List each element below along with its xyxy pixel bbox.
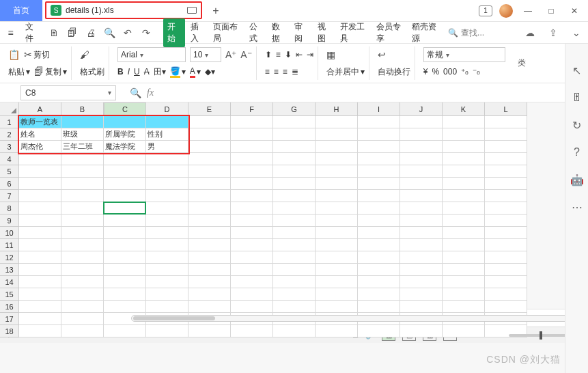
cell-E16[interactable] bbox=[188, 301, 231, 313]
name-box[interactable]: C8 ▾ bbox=[20, 85, 116, 100]
hamburger-icon[interactable]: ≡ bbox=[4, 25, 17, 40]
cell-F5[interactable] bbox=[231, 165, 273, 178]
cell-K6[interactable] bbox=[443, 178, 485, 190]
cell-C9[interactable] bbox=[104, 215, 146, 227]
align-top-button[interactable]: ⬆ bbox=[265, 50, 272, 59]
cell-F8[interactable] bbox=[231, 202, 273, 215]
cell-D9[interactable] bbox=[146, 215, 188, 227]
column-header-L[interactable]: L bbox=[485, 102, 527, 116]
cell-H10[interactable] bbox=[316, 227, 358, 239]
cell-A15[interactable] bbox=[19, 288, 61, 301]
cell-G6[interactable] bbox=[273, 178, 316, 190]
cell-B11[interactable] bbox=[61, 239, 104, 251]
cell-D16[interactable] bbox=[146, 301, 188, 313]
cell-H11[interactable] bbox=[316, 239, 358, 251]
cell-E14[interactable] bbox=[188, 276, 231, 288]
file-menu[interactable]: 文件 bbox=[23, 21, 42, 44]
percent-button[interactable]: % bbox=[432, 67, 439, 77]
cell-L14[interactable] bbox=[485, 276, 527, 288]
cell-I4[interactable] bbox=[358, 153, 400, 165]
undo-icon[interactable]: ↶ bbox=[122, 25, 135, 40]
cell-D2[interactable]: 性别 bbox=[146, 128, 188, 141]
cell-B6[interactable] bbox=[61, 178, 104, 190]
cell-C8[interactable] bbox=[104, 202, 146, 215]
cell-L13[interactable] bbox=[485, 264, 527, 276]
row-header-9[interactable]: 9 bbox=[0, 215, 19, 227]
cell-C18[interactable] bbox=[104, 325, 146, 337]
row-header-2[interactable]: 2 bbox=[0, 128, 19, 141]
wrap-button[interactable]: 自动换行 bbox=[378, 66, 410, 78]
cell-F10[interactable] bbox=[231, 227, 273, 239]
column-header-A[interactable]: A bbox=[19, 102, 61, 116]
column-header-I[interactable]: I bbox=[358, 102, 400, 116]
cell-I11[interactable] bbox=[358, 239, 400, 251]
cell-G5[interactable] bbox=[273, 165, 316, 178]
preview-icon[interactable]: 🔍 bbox=[103, 25, 116, 40]
cell-D6[interactable] bbox=[146, 178, 188, 190]
tab-developer[interactable]: 开发工具 bbox=[336, 18, 371, 47]
cell-G2[interactable] bbox=[273, 128, 316, 141]
user-avatar[interactable] bbox=[499, 4, 513, 18]
row-header-6[interactable]: 6 bbox=[0, 178, 19, 190]
cell-A8[interactable] bbox=[19, 202, 61, 215]
cell-L15[interactable] bbox=[485, 288, 527, 301]
column-header-F[interactable]: F bbox=[231, 102, 273, 116]
cell-L4[interactable] bbox=[485, 153, 527, 165]
cell-C5[interactable] bbox=[104, 165, 146, 178]
column-header-J[interactable]: J bbox=[400, 102, 443, 116]
cell-H2[interactable] bbox=[316, 128, 358, 141]
cell-H18[interactable] bbox=[316, 325, 358, 337]
cell-E10[interactable] bbox=[188, 227, 231, 239]
cell-H12[interactable] bbox=[316, 251, 358, 264]
cell-K12[interactable] bbox=[443, 251, 485, 264]
cell-K3[interactable] bbox=[443, 141, 485, 153]
notification-badge[interactable]: 1 bbox=[479, 5, 492, 16]
cell-B1[interactable] bbox=[61, 116, 104, 128]
cell-A14[interactable] bbox=[19, 276, 61, 288]
cell-D3[interactable]: 男 bbox=[146, 141, 188, 153]
cell-I5[interactable] bbox=[358, 165, 400, 178]
cell-C3[interactable]: 魔法学院 bbox=[104, 141, 146, 153]
cell-I13[interactable] bbox=[358, 264, 400, 276]
decrease-decimal-button[interactable]: ⁻₀ bbox=[473, 67, 480, 77]
collapse-ribbon-icon[interactable]: ⌄ bbox=[569, 25, 584, 40]
cell-F2[interactable] bbox=[231, 128, 273, 141]
tab-formula[interactable]: 公式 bbox=[245, 18, 266, 47]
cell-B14[interactable] bbox=[61, 276, 104, 288]
row-header-16[interactable]: 16 bbox=[0, 301, 19, 313]
cell-L6[interactable] bbox=[485, 178, 527, 190]
tab-view[interactable]: 视图 bbox=[313, 18, 335, 47]
row-header-3[interactable]: 3 bbox=[0, 141, 19, 153]
row-header-5[interactable]: 5 bbox=[0, 165, 19, 178]
cell-A5[interactable] bbox=[19, 165, 61, 178]
cell-D5[interactable] bbox=[146, 165, 188, 178]
sidebar-more-icon[interactable]: ⋯ bbox=[570, 199, 585, 215]
cell-G11[interactable] bbox=[273, 239, 316, 251]
cell-J13[interactable] bbox=[400, 264, 443, 276]
cell-D7[interactable] bbox=[146, 190, 188, 202]
home-tab[interactable]: 首页 bbox=[0, 0, 42, 21]
sidebar-help-icon[interactable]: ? bbox=[570, 145, 585, 160]
cell-D1[interactable] bbox=[146, 116, 188, 128]
number-format-select[interactable]: 常规▾ bbox=[423, 47, 505, 62]
cell-J15[interactable] bbox=[400, 288, 443, 301]
border-button[interactable]: 田▾ bbox=[154, 66, 166, 78]
cell-J9[interactable] bbox=[400, 215, 443, 227]
cell-F14[interactable] bbox=[231, 276, 273, 288]
thousand-button[interactable]: 000 bbox=[443, 67, 457, 77]
cell-B17[interactable] bbox=[61, 313, 104, 325]
cell-I10[interactable] bbox=[358, 227, 400, 239]
cell-D18[interactable] bbox=[146, 325, 188, 337]
cell-I15[interactable] bbox=[358, 288, 400, 301]
cell-A1[interactable]: 教师一览表 bbox=[19, 116, 61, 128]
cell-E18[interactable] bbox=[188, 325, 231, 337]
format-painter-label[interactable]: 格式刷 bbox=[80, 66, 104, 78]
cell-I7[interactable] bbox=[358, 190, 400, 202]
cell-A10[interactable] bbox=[19, 227, 61, 239]
maximize-button[interactable]: □ bbox=[543, 3, 559, 19]
column-header-G[interactable]: G bbox=[273, 102, 316, 116]
cell-E1[interactable] bbox=[188, 116, 231, 128]
tab-review[interactable]: 审阅 bbox=[290, 18, 311, 47]
sidebar-sliders-icon[interactable]: 🎚 bbox=[570, 90, 585, 105]
wrap-icon[interactable]: ↩ bbox=[378, 49, 386, 60]
